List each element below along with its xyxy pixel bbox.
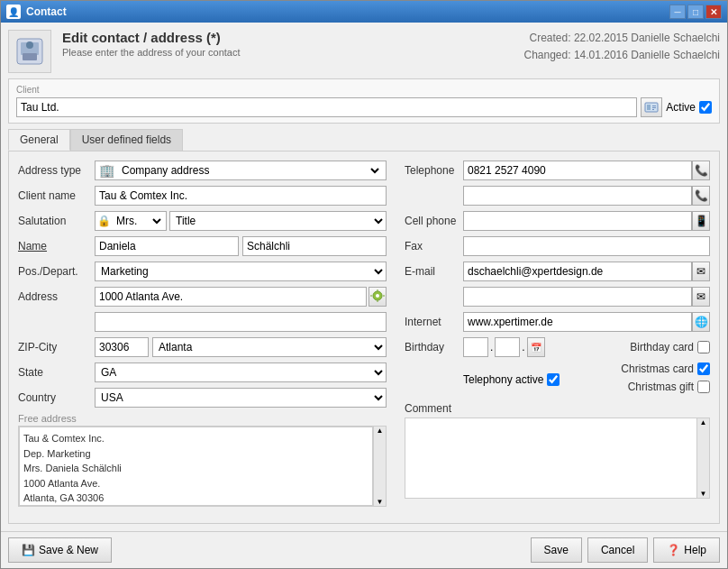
telephone-call-button[interactable]: 📞 [692,161,710,180]
free-address-textarea[interactable]: Tau & Comtex Inc. Dep. Marketing Mrs. Da… [19,427,373,506]
title-select[interactable]: Title [169,211,387,231]
tab-user-defined[interactable]: User defined fields [70,129,183,151]
close-button[interactable]: ✕ [705,5,722,19]
internet-label: Internet [405,316,463,328]
address2-input[interactable] [95,312,387,332]
left-column: Address type 🏢 Company address Client na… [18,161,387,507]
salutation-select-container[interactable]: 🔒 Mrs. Mr. [95,211,167,231]
address-type-select[interactable]: Company address [118,163,382,178]
window-icon: 👤 [6,5,21,19]
free-address-label: Free address [18,413,387,424]
two-col-layout: Address type 🏢 Company address Client na… [18,161,710,507]
birthday-calendar-button[interactable]: 📅 [527,337,545,357]
name-inputs [95,236,387,256]
state-label: State [18,366,95,379]
last-name-input[interactable] [242,236,387,256]
client-name-input[interactable] [95,186,387,206]
minimize-button[interactable]: ─ [669,5,686,19]
address-type-select-container[interactable]: 🏢 Company address [95,161,387,180]
cell-phone-label: Cell phone [405,215,463,227]
email-input[interactable] [463,262,692,281]
telephone2-call-button[interactable]: 📞 [692,186,710,206]
save-button[interactable]: Save [531,537,582,563]
help-icon: ❓ [667,544,680,556]
telephony-active-label: Telephony active [463,373,543,386]
email2-input[interactable] [463,287,692,307]
created-text: Created: 22.02.2015 Danielle Schaelchi [524,30,721,47]
country-select[interactable]: USA [95,388,387,408]
christmas-gift-checkbox[interactable] [697,381,710,393]
internet-input[interactable] [463,312,692,332]
maximize-button[interactable]: □ [687,5,704,19]
telephone-label: Telephone [405,164,463,177]
tab-general[interactable]: General [8,129,70,151]
header-title: Edit contact / address (*) [62,30,524,45]
help-button[interactable]: ❓ Help [653,537,720,563]
email-button[interactable]: ✉ [692,262,710,281]
salutation-select[interactable]: Mrs. Mr. [113,214,164,228]
email-row: E-mail ✉ [405,262,710,281]
header-text: Edit contact / address (*) Please enter … [62,30,524,58]
comment-textarea[interactable] [405,418,696,498]
header-meta: Created: 22.02.2015 Danielle Schaelchi C… [524,30,721,64]
telephone-row: Telephone 📞 [405,161,710,180]
contact-icon [8,30,51,73]
comment-scroll-down[interactable]: ▼ [697,490,709,498]
address-geo-button[interactable] [369,287,387,307]
cell-phone-input[interactable] [463,211,692,231]
scroll-up[interactable]: ▲ [374,427,386,435]
pos-select[interactable]: Marketing [95,262,387,281]
zip-input[interactable] [95,337,149,357]
cancel-button[interactable]: Cancel [587,537,648,563]
birthday-card-checkbox[interactable] [697,341,710,353]
scrollbar[interactable]: ▲ ▼ [373,427,386,506]
client-browse-button[interactable] [641,97,662,117]
window-title: Contact [26,5,669,18]
state-select[interactable]: GA [95,363,387,382]
city-select[interactable]: Atlanta [152,337,387,357]
birthday-month-input[interactable] [495,337,520,357]
cell-phone-button[interactable]: 📱 [692,211,710,231]
address2-row [18,312,387,332]
zip-city-row: ZIP-City Atlanta [18,337,387,357]
save-new-button[interactable]: 💾 Save & New [8,537,112,563]
content-area: Edit contact / address (*) Please enter … [1,23,727,531]
free-address-box: Tau & Comtex Inc. Dep. Marketing Mrs. Da… [18,426,387,507]
main-window: 👤 Contact ─ □ ✕ Edit contact / address (… [0,0,728,569]
salutation-label: Salutation [18,215,95,227]
address-input[interactable] [95,287,367,307]
email2-button[interactable]: ✉ [692,287,710,307]
comment-scroll-up[interactable]: ▲ [697,418,709,427]
comment-scrollbar[interactable]: ▲ ▼ [696,418,709,498]
birthday-sep1: . [490,341,493,353]
christmas-card-row: Christmas card [621,363,710,375]
internet-button[interactable]: 🌐 [692,312,710,332]
christmas-card-checkbox[interactable] [697,363,710,375]
first-name-input[interactable] [95,236,239,256]
birthday-day-input[interactable] [463,337,488,357]
scroll-down[interactable]: ▼ [374,498,386,506]
fax-row: Fax [405,236,710,256]
salutation-row: Salutation 🔒 Mrs. Mr. Title [18,211,387,231]
telephone2-row: 📞 [405,186,710,206]
fax-input[interactable] [463,236,710,256]
client-input[interactable] [16,97,637,117]
telephony-active-checkbox[interactable] [547,373,560,386]
active-section: Active [666,101,712,114]
company-icon: 🏢 [99,163,114,178]
help-label: Help [684,544,706,556]
active-checkbox[interactable] [699,101,712,114]
christmas-gift-label: Christmas gift [628,381,694,393]
telephone-input[interactable] [463,161,692,180]
svg-point-2 [26,41,33,49]
address-type-label: Address type [18,164,95,177]
comment-section: Comment ▲ ▼ [405,402,710,499]
save-label: Save [544,544,569,556]
header-subtitle: Please enter the address of your contact [62,47,524,58]
right-column: Telephone 📞 📞 Cell phone 📱 [405,161,710,507]
telephone2-input[interactable] [463,186,692,206]
header: Edit contact / address (*) Please enter … [8,30,720,73]
free-address-section: Free address Tau & Comtex Inc. Dep. Mark… [18,413,387,507]
card-gift-section: Christmas card Christmas gift [560,363,710,397]
client-name-label: Client name [18,189,95,202]
